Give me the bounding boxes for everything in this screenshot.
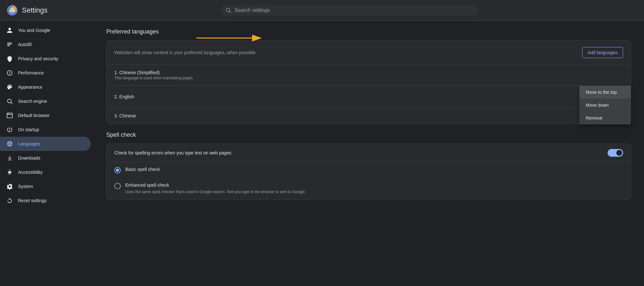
autofill-icon (6, 41, 13, 48)
search-input[interactable] (234, 7, 473, 13)
language-item-1: 1. Chinese (Simplified) This language is… (107, 65, 631, 86)
language-name-2: 2. English (114, 94, 134, 99)
download-icon (6, 155, 13, 161)
appearance-icon (6, 84, 13, 90)
language-item-3: 3. Chinese (107, 108, 631, 123)
svg-rect-8 (7, 44, 12, 44)
sidebar-item-languages[interactable]: Languages (0, 137, 91, 151)
search-icon (225, 7, 231, 13)
language-item-2: 2. English ⋮ Move to the top Move down R… (107, 86, 631, 108)
sidebar-item-downloads[interactable]: Downloads (0, 151, 91, 165)
sidebar: You and Google Autofill Privacy and s (0, 21, 93, 286)
svg-rect-9 (7, 45, 11, 45)
enhanced-spell-check-sub: Uses the same spell checker that's used … (125, 189, 306, 195)
language-name-3: 3. Chinese (114, 113, 136, 118)
sidebar-item-label: Appearance (18, 84, 43, 90)
sidebar-item-label: Downloads (18, 155, 40, 161)
sidebar-item-system[interactable]: System (0, 179, 91, 193)
basic-spell-check-option[interactable]: Basic spell check (107, 162, 631, 178)
sidebar-item-label: System (18, 184, 33, 189)
spell-check-title: Spell check (106, 132, 631, 138)
sidebar-item-label: Search engine (18, 99, 47, 104)
svg-rect-10 (7, 46, 10, 46)
sidebar-item-reset-settings[interactable]: Reset settings (0, 193, 91, 208)
sidebar-item-on-startup[interactable]: On startup (0, 123, 91, 137)
svg-point-22 (9, 170, 10, 171)
card-description: Websites will show content in your prefe… (114, 50, 256, 55)
sidebar-item-autofill[interactable]: Autofill (0, 37, 91, 52)
sidebar-item-privacy-and-security[interactable]: Privacy and security (0, 52, 91, 66)
accessibility-icon (6, 169, 13, 175)
sidebar-item-you-and-google[interactable]: You and Google (0, 23, 91, 37)
browser-icon (6, 112, 13, 119)
basic-spell-check-label: Basic spell check (125, 167, 160, 172)
spell-check-card: Check for spelling errors when you type … (106, 143, 631, 200)
page-title: Settings (22, 6, 48, 15)
preferred-languages-title: Preferred languages (106, 28, 631, 35)
svg-point-16 (8, 113, 9, 114)
sidebar-item-label: Reset settings (18, 198, 47, 203)
search-bar[interactable] (220, 5, 478, 16)
content-area: Preferred languages Websites will show c… (93, 21, 644, 286)
shield-icon (6, 55, 13, 62)
svg-line-6 (229, 11, 231, 13)
language-name-1: 1. Chinese (Simplified) (114, 70, 193, 75)
chrome-logo-icon (6, 5, 18, 16)
enhanced-spell-check-option[interactable]: Enhanced spell check Uses the same spell… (107, 178, 631, 199)
spell-toggle-label: Check for spelling errors when you type … (114, 150, 231, 155)
context-menu-remove[interactable]: Remove (579, 112, 631, 124)
sidebar-item-performance[interactable]: Performance (0, 66, 91, 80)
performance-icon (6, 70, 13, 76)
sidebar-item-label: Privacy and security (18, 56, 58, 61)
svg-line-12 (11, 103, 13, 104)
enhanced-spell-check-radio[interactable] (114, 183, 121, 189)
search-engine-icon (6, 98, 13, 104)
language-context-menu: Move to the top Move down Remove (579, 86, 631, 124)
add-languages-button[interactable]: Add languages (582, 47, 623, 58)
language-info-3: 3. Chinese (114, 113, 136, 118)
context-menu-move-down[interactable]: Move down (579, 99, 631, 112)
basic-spell-check-radio[interactable] (114, 167, 121, 173)
person-icon (6, 27, 13, 34)
sidebar-item-label: Accessibility (18, 170, 43, 175)
system-icon (6, 183, 13, 190)
sidebar-item-label: On startup (18, 127, 39, 132)
sidebar-item-default-browser[interactable]: Default browser (0, 108, 91, 123)
sidebar-item-label: Languages (18, 141, 40, 146)
language-sub-1: This language is used when translating p… (114, 76, 193, 80)
startup-icon (6, 126, 13, 133)
reset-icon (6, 197, 13, 204)
svg-point-15 (8, 113, 8, 114)
sidebar-item-label: You and Google (18, 28, 50, 33)
sidebar-item-search-engine[interactable]: Search engine (0, 94, 91, 108)
sidebar-item-accessibility[interactable]: Accessibility (0, 165, 91, 179)
globe-icon (6, 141, 13, 147)
card-header: Websites will show content in your prefe… (107, 41, 631, 65)
spell-check-toggle[interactable] (608, 149, 623, 157)
enhanced-spell-check-label: Enhanced spell check (125, 182, 306, 188)
preferred-languages-card: Websites will show content in your prefe… (106, 40, 631, 124)
svg-rect-7 (7, 43, 12, 43)
main-layout: You and Google Autofill Privacy and s (0, 21, 644, 286)
spell-toggle-row: Check for spelling errors when you type … (107, 144, 631, 162)
header: Settings (0, 0, 644, 21)
language-info-2: 2. English (114, 94, 134, 99)
svg-point-4 (11, 9, 13, 11)
sidebar-item-label: Autofill (18, 42, 32, 47)
context-menu-move-to-top[interactable]: Move to the top (579, 86, 631, 99)
sidebar-item-label: Performance (18, 70, 44, 75)
sidebar-item-label: Default browser (18, 113, 50, 118)
language-info-1: 1. Chinese (Simplified) This language is… (114, 70, 193, 80)
sidebar-item-appearance[interactable]: Appearance (0, 80, 91, 94)
